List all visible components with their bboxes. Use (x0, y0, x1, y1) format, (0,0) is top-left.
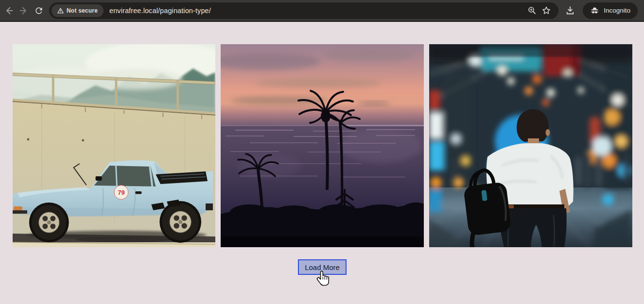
incognito-label: Incognito (604, 7, 630, 14)
warning-triangle-icon (57, 8, 64, 14)
address-bar[interactable]: Not secure envirafree.local/pagination-t… (49, 2, 558, 19)
car-number-decal: 79 (118, 189, 124, 196)
photo-night-street (429, 44, 632, 247)
download-icon (565, 6, 575, 16)
url-text[interactable]: envirafree.local/pagination-type/ (109, 7, 524, 15)
gallery-item-street[interactable] (429, 44, 632, 247)
back-button[interactable] (1, 3, 16, 18)
load-more-button[interactable]: Load More (298, 259, 347, 275)
back-arrow-icon (4, 6, 14, 16)
page-viewport: 79 (0, 22, 644, 304)
rear-wheel (162, 203, 199, 240)
photo-vintage-car: 79 (13, 44, 215, 247)
security-chip[interactable]: Not secure (52, 4, 104, 17)
photo-sunset-palms (221, 44, 424, 247)
security-chip-label: Not secure (67, 7, 98, 14)
star-icon (541, 6, 551, 16)
gallery-item-sunset[interactable] (221, 44, 424, 247)
browser-toolbar: Not secure envirafree.local/pagination-t… (0, 0, 644, 22)
gallery-item-car[interactable]: 79 (13, 44, 215, 247)
bookmark-star-button[interactable] (539, 3, 554, 18)
incognito-badge: Incognito (583, 2, 638, 19)
reload-button[interactable] (31, 3, 46, 18)
front-wheel (32, 205, 67, 240)
forward-arrow-icon (19, 6, 29, 16)
browser-window: Not secure envirafree.local/pagination-t… (0, 0, 644, 304)
reload-icon (34, 6, 44, 16)
forward-button[interactable] (16, 3, 31, 18)
download-button[interactable] (562, 3, 578, 18)
page-zoom-button[interactable] (524, 3, 539, 18)
incognito-icon (590, 6, 599, 15)
magnifier-plus-icon (527, 6, 537, 15)
